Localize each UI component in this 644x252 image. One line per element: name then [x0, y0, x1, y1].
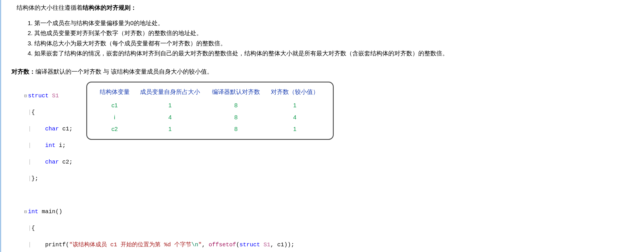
struct-name: S1	[52, 92, 59, 99]
fold-icon[interactable]: ⊟	[23, 208, 28, 215]
rule-item-3: 结构体总大小为最大对齐数（每个成员变量都有一个对齐数）的整数倍。	[34, 39, 627, 48]
kw-char: char	[45, 159, 59, 165]
cell: i	[96, 111, 133, 123]
alignment-definition: 对齐数：编译器默认的一个对齐数 与 该结构体变量成员自身大小的较小值。	[11, 67, 627, 76]
cell: c1	[96, 99, 133, 111]
cell: 4	[133, 111, 206, 123]
sep: ,	[202, 241, 209, 248]
alignment-table-element: 结构体变量 成员变量自身所占大小 编译器默认对齐数 对齐数（较小值） c1 1 …	[96, 85, 324, 135]
document-body: 结构体的大小往往遵循着结构体的对齐规则： 第一个成员在与结构体变量偏移量为0的地…	[0, 0, 644, 252]
string-literal: "	[198, 241, 202, 248]
table-row: c2 1 8 1	[96, 123, 324, 135]
th-var: 结构体变量	[96, 85, 133, 100]
cell: 1	[265, 99, 324, 111]
kw-struct: struct	[239, 241, 260, 248]
table-row: i 4 8 4	[96, 111, 324, 123]
th-selfsize: 成员变量自身所占大小	[133, 85, 206, 100]
cell: 1	[133, 99, 206, 111]
cell: 1	[265, 123, 324, 135]
cell: c2	[96, 123, 133, 135]
paren: (	[236, 241, 239, 248]
fold-icon[interactable]: ⊟	[23, 92, 28, 99]
align-label: 对齐数：	[11, 68, 35, 75]
kw-int: int	[45, 142, 55, 149]
cell: 8	[207, 111, 265, 123]
kw-char: char	[45, 126, 59, 132]
cell: 8	[207, 99, 265, 111]
decl-i: i;	[55, 142, 66, 149]
th-default: 编译器默认对齐数	[207, 85, 265, 100]
rule-item-4: 如果嵌套了结构体的情况，嵌套的结构体对齐到自己的最大对齐数的整数倍处，结构体的整…	[34, 49, 627, 58]
decl-c2: c2;	[59, 159, 73, 165]
alignment-table: 结构体变量 成员变量自身所占大小 编译器默认对齐数 对齐数（较小值） c1 1 …	[86, 82, 334, 140]
th-align: 对齐数（较小值）	[265, 85, 324, 100]
cell: 1	[133, 123, 206, 135]
brace: {	[31, 109, 35, 116]
intro-bold: 结构体的对齐规则：	[83, 4, 137, 11]
struct-name: S1	[260, 241, 270, 248]
intro-text: 结构体的大小往往遵循着	[17, 4, 83, 11]
rules-list: 第一个成员在与结构体变量偏移量为0的地址处。 其他成员变量要对齐到某个数字（对齐…	[26, 18, 627, 58]
cell: 4	[265, 111, 324, 123]
arg: , c1));	[270, 241, 294, 248]
intro-paragraph: 结构体的大小往往遵循着结构体的对齐规则：	[17, 3, 627, 13]
offsetof: offsetof	[209, 241, 236, 248]
kw-int: int	[28, 208, 38, 215]
escape: \n	[191, 241, 198, 248]
string-literal: "该结构体成员 c1 开始的位置为第 %d 个字节	[69, 241, 191, 248]
rule-item-1: 第一个成员在与结构体变量偏移量为0的地址处。	[34, 18, 627, 28]
main-sig: main()	[38, 208, 62, 215]
brace: {	[31, 225, 35, 231]
rule-item-2: 其他成员变量要对齐到某个数字（对齐数）的整数倍的地址处。	[34, 28, 627, 38]
table-row: c1 1 8 1	[96, 99, 324, 111]
cell: 8	[207, 123, 265, 135]
align-desc: 编译器默认的一个对齐数 与 该结构体变量成员自身大小的较小值。	[35, 68, 213, 75]
brace-close: };	[31, 175, 38, 182]
table-header-row: 结构体变量 成员变量自身所占大小 编译器默认对齐数 对齐数（较小值）	[96, 85, 324, 100]
printf: printf	[45, 241, 66, 248]
kw-struct: struct	[28, 92, 49, 99]
decl-c1: c1;	[59, 126, 73, 132]
code-area: 结构体变量 成员变量自身所占大小 编译器默认对齐数 对齐数（较小值） c1 1 …	[23, 83, 627, 252]
